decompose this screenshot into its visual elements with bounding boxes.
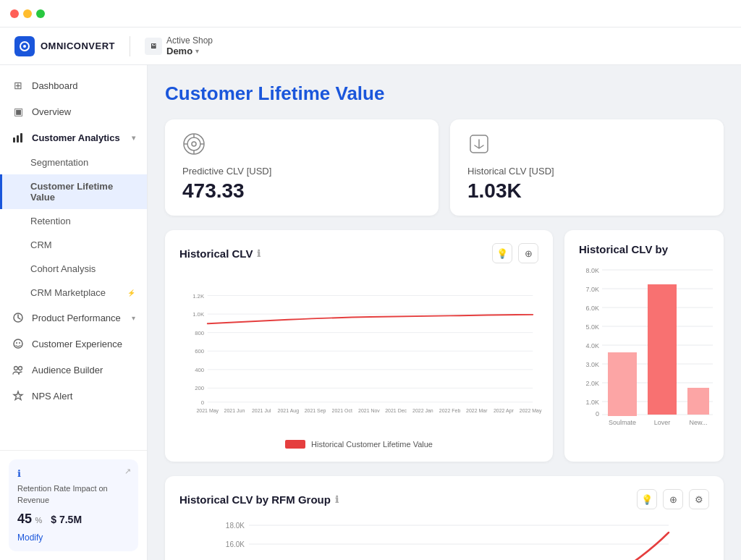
clv-chart-info-icon[interactable]: ℹ bbox=[257, 248, 261, 259]
legend-label-clv: Historical Customer Lifetime Value bbox=[311, 440, 433, 449]
svg-text:2022 Feb: 2022 Feb bbox=[439, 408, 461, 413]
svg-point-7 bbox=[16, 342, 17, 344]
sidebar-item-cohort[interactable]: Cohort Analysis bbox=[0, 257, 147, 281]
historical-clv-chart-card: Historical CLV ℹ 💡 ⊕ bbox=[165, 230, 553, 462]
clv-chart-bulb-button[interactable]: 💡 bbox=[492, 243, 512, 263]
product-performance-chevron: ▾ bbox=[132, 314, 135, 322]
svg-text:2021 Sep: 2021 Sep bbox=[305, 408, 326, 414]
minimize-button[interactable] bbox=[23, 9, 32, 18]
sidebar-label-clv: Customer Lifetime Value bbox=[30, 181, 135, 203]
svg-text:5.0K: 5.0K bbox=[585, 323, 599, 331]
svg-point-8 bbox=[19, 342, 20, 344]
sidebar-label-cohort: Cohort Analysis bbox=[30, 263, 135, 274]
sidebar-item-customer-experience[interactable]: Customer Experience bbox=[0, 331, 147, 357]
sidebar-item-clv[interactable]: Customer Lifetime Value bbox=[0, 174, 147, 209]
topbar: OMNICONVERT 🖥 Active Shop Demo ▾ bbox=[0, 27, 741, 65]
svg-text:2021 May: 2021 May bbox=[196, 408, 219, 414]
predictive-clv-value: 473.33 bbox=[182, 179, 421, 203]
shop-icon: 🖥 bbox=[145, 38, 162, 55]
sidebar-item-audience-builder[interactable]: Audience Builder bbox=[0, 357, 147, 383]
titlebar bbox=[0, 0, 741, 27]
svg-text:0: 0 bbox=[201, 399, 204, 406]
sidebar-bottom: ↗ ℹ Retention Rate Impact on Revenue 45 … bbox=[0, 450, 147, 560]
sidebar-item-overview[interactable]: ▣ Overview bbox=[0, 98, 147, 124]
svg-point-1 bbox=[23, 45, 26, 48]
clv-chart-actions: 💡 ⊕ bbox=[492, 243, 538, 263]
page-title: Customer Lifetime Value bbox=[165, 82, 724, 105]
active-shop[interactable]: 🖥 Active Shop Demo ▾ bbox=[145, 35, 213, 56]
maximize-button[interactable] bbox=[36, 9, 45, 18]
svg-text:400: 400 bbox=[195, 367, 204, 373]
active-shop-label: Active Shop bbox=[166, 35, 213, 46]
retention-metrics: 45 % $ 7.5M bbox=[17, 512, 130, 527]
sidebar-item-segmentation[interactable]: Segmentation bbox=[0, 150, 147, 174]
charts-row: Historical CLV ℹ 💡 ⊕ bbox=[165, 230, 724, 462]
close-button[interactable] bbox=[10, 9, 19, 18]
retention-info-icon: ℹ bbox=[17, 468, 21, 479]
svg-text:1.0K: 1.0K bbox=[192, 311, 205, 318]
sidebar-item-nps-alert[interactable]: NPS Alert bbox=[0, 383, 147, 409]
svg-text:2022 Jan: 2022 Jan bbox=[412, 408, 433, 413]
bar-lover bbox=[648, 284, 677, 415]
chart-header-clv: Historical CLV ℹ 💡 ⊕ bbox=[179, 243, 538, 263]
modify-link[interactable]: Modify bbox=[17, 533, 130, 543]
rfm-chart-zoom-button[interactable]: ⊕ bbox=[663, 489, 683, 509]
sidebar-item-product-performance[interactable]: Product Performance ▾ bbox=[0, 305, 147, 331]
sidebar-item-retention[interactable]: Retention bbox=[0, 209, 147, 233]
retention-pct-unit: % bbox=[35, 516, 42, 525]
kpi-cards-row: Predictive CLV [USD] 473.33 Historical C… bbox=[165, 119, 724, 216]
rfm-chart-settings-button[interactable]: ⚙ bbox=[689, 489, 709, 509]
retention-expand-icon[interactable]: ↗ bbox=[124, 467, 131, 476]
svg-text:0: 0 bbox=[596, 410, 599, 417]
chart-title-rfm: Historical CLV by RFM Group ℹ bbox=[179, 493, 339, 506]
customer-analytics-icon bbox=[12, 131, 25, 144]
kpi-card-predictive-clv: Predictive CLV [USD] 473.33 bbox=[165, 119, 439, 216]
app-wrapper: OMNICONVERT 🖥 Active Shop Demo ▾ ⊞ Dashb… bbox=[0, 27, 741, 560]
sidebar-label-retention: Retention bbox=[30, 216, 135, 226]
svg-text:Soulmate: Soulmate bbox=[609, 419, 636, 426]
svg-text:8.0K: 8.0K bbox=[585, 267, 599, 274]
svg-text:New...: New... bbox=[689, 419, 707, 426]
svg-text:18.0K: 18.0K bbox=[226, 522, 245, 530]
sidebar-label-audience-builder: Audience Builder bbox=[32, 365, 135, 376]
svg-text:3.0K: 3.0K bbox=[585, 361, 599, 368]
svg-point-9 bbox=[14, 367, 18, 370]
sidebar-label-overview: Overview bbox=[32, 106, 135, 117]
svg-point-10 bbox=[19, 367, 22, 370]
traffic-lights bbox=[10, 9, 45, 18]
sidebar-item-crm-marketplace[interactable]: CRM Marketplace ⚡ bbox=[0, 281, 147, 305]
historical-clv-icon bbox=[467, 132, 706, 160]
svg-text:2021 Oct: 2021 Oct bbox=[332, 408, 352, 413]
topbar-divider bbox=[130, 36, 130, 56]
svg-text:800: 800 bbox=[195, 330, 204, 336]
retention-pct-value: 45 bbox=[17, 512, 32, 526]
svg-text:2021 Jun: 2021 Jun bbox=[224, 408, 245, 413]
product-performance-icon bbox=[12, 311, 25, 324]
shop-dropdown-icon: ▾ bbox=[195, 47, 199, 55]
retention-revenue: $ 7.5M bbox=[51, 513, 82, 526]
svg-text:16.0K: 16.0K bbox=[226, 540, 245, 548]
svg-text:600: 600 bbox=[195, 348, 204, 355]
sidebar-item-dashboard[interactable]: ⊞ Dashboard bbox=[0, 72, 147, 98]
logo-text: OMNICONVERT bbox=[41, 41, 115, 51]
shop-info: Active Shop Demo ▾ bbox=[166, 35, 213, 56]
audience-builder-icon bbox=[12, 363, 25, 376]
svg-rect-4 bbox=[20, 133, 22, 143]
rfm-chart-info-icon[interactable]: ℹ bbox=[335, 494, 339, 505]
rfm-chart-bulb-button[interactable]: 💡 bbox=[637, 489, 657, 509]
historical-clv-by-group-card: Historical CLV by 8.0K 7.0K 6.0K 5.0K 4.… bbox=[564, 230, 724, 462]
clv-bar-chart: 8.0K 7.0K 6.0K 5.0K 4.0K 3.0K 2.0K 1.0K … bbox=[579, 264, 716, 430]
kpi-card-historical-clv: Historical CLV [USD] 1.03K bbox=[450, 119, 724, 216]
retention-card-title: Retention Rate Impact on Revenue bbox=[17, 483, 130, 506]
sidebar-label-nps-alert: NPS Alert bbox=[32, 391, 135, 402]
predictive-clv-icon bbox=[182, 132, 421, 160]
clv-chart-legend: Historical Customer Lifetime Value bbox=[179, 440, 538, 449]
sidebar-item-customer-analytics[interactable]: Customer Analytics ▾ bbox=[0, 124, 147, 150]
chart-header-rfm: Historical CLV by RFM Group ℹ 💡 ⊕ ⚙ bbox=[179, 489, 709, 509]
svg-text:2021 Aug: 2021 Aug bbox=[278, 408, 300, 414]
svg-text:2021 Dec: 2021 Dec bbox=[385, 408, 407, 413]
clv-chart-zoom-button[interactable]: ⊕ bbox=[518, 243, 538, 263]
sidebar-item-crm[interactable]: CRM bbox=[0, 233, 147, 257]
chart-title-clv-group: Historical CLV by bbox=[579, 243, 668, 255]
overview-icon: ▣ bbox=[12, 105, 25, 118]
